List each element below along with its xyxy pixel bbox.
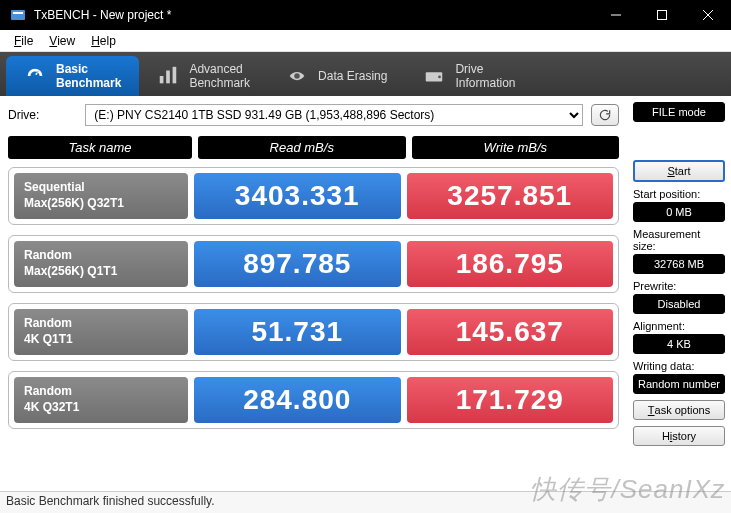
task-cell: Random4K Q1T1 — [14, 309, 188, 355]
menubar: File View Help — [0, 30, 731, 52]
tab-basic-benchmark[interactable]: BasicBenchmark — [6, 56, 139, 96]
bench-row: Random4K Q32T1 284.800 171.729 — [8, 371, 619, 429]
drive-select[interactable]: (E:) PNY CS2140 1TB SSD 931.49 GB (1,953… — [85, 104, 583, 126]
menu-help[interactable]: Help — [83, 32, 124, 50]
window-title: TxBENCH - New project * — [34, 8, 593, 22]
menu-file[interactable]: File — [6, 32, 41, 50]
app-icon — [10, 7, 26, 23]
measurement-size-label: Measurement size: — [633, 228, 725, 252]
refresh-icon — [598, 108, 612, 122]
svg-rect-7 — [167, 71, 171, 84]
svg-rect-0 — [11, 10, 25, 20]
refresh-button[interactable] — [591, 104, 619, 126]
tab-drive-information[interactable]: DriveInformation — [405, 56, 533, 96]
start-button[interactable]: Start — [633, 160, 725, 182]
drive-label: Drive: — [8, 108, 39, 122]
prewrite-value[interactable]: Disabled — [633, 294, 725, 314]
task-cell: SequentialMax(256K) Q32T1 — [14, 173, 188, 219]
read-value: 51.731 — [194, 309, 401, 355]
statusbar: Basic Benchmark finished successfully. — [0, 491, 731, 513]
header-task: Task name — [8, 136, 192, 159]
tab-data-erasing[interactable]: Data Erasing — [268, 56, 405, 96]
tabbar: BasicBenchmark AdvancedBenchmark Data Er… — [0, 52, 731, 96]
start-position-label: Start position: — [633, 188, 725, 200]
bench-row: RandomMax(256K) Q1T1 897.785 186.795 — [8, 235, 619, 293]
history-button[interactable]: History — [633, 426, 725, 446]
maximize-button[interactable] — [639, 0, 685, 30]
prewrite-label: Prewrite: — [633, 280, 725, 292]
write-value: 171.729 — [407, 377, 614, 423]
svg-rect-3 — [658, 11, 667, 20]
read-value: 897.785 — [194, 241, 401, 287]
task-cell: RandomMax(256K) Q1T1 — [14, 241, 188, 287]
writing-data-value[interactable]: Random number — [633, 374, 725, 394]
sidebar: FILE mode Start Start position: 0 MB Mea… — [627, 96, 731, 491]
minimize-button[interactable] — [593, 0, 639, 30]
tab-advanced-benchmark[interactable]: AdvancedBenchmark — [139, 56, 268, 96]
bars-icon — [157, 65, 179, 87]
svg-point-9 — [294, 73, 300, 79]
task-options-button[interactable]: Task options — [633, 400, 725, 420]
close-button[interactable] — [685, 0, 731, 30]
tab-label: BasicBenchmark — [56, 62, 121, 91]
tab-label: Data Erasing — [318, 69, 387, 83]
alignment-label: Alignment: — [633, 320, 725, 332]
tab-label: DriveInformation — [455, 62, 515, 91]
bench-row: Random4K Q1T1 51.731 145.637 — [8, 303, 619, 361]
svg-rect-8 — [173, 67, 177, 84]
erase-icon — [286, 65, 308, 87]
tab-label: AdvancedBenchmark — [189, 62, 250, 91]
header-read: Read mB/s — [198, 136, 406, 159]
measurement-size-value[interactable]: 32768 MB — [633, 254, 725, 274]
main-panel: Drive: (E:) PNY CS2140 1TB SSD 931.49 GB… — [0, 96, 627, 491]
menu-view[interactable]: View — [41, 32, 83, 50]
read-value: 284.800 — [194, 377, 401, 423]
start-position-value[interactable]: 0 MB — [633, 202, 725, 222]
write-value: 145.637 — [407, 309, 614, 355]
write-value: 186.795 — [407, 241, 614, 287]
svg-point-11 — [439, 76, 442, 79]
svg-rect-1 — [13, 12, 23, 14]
bench-row: SequentialMax(256K) Q32T1 3403.331 3257.… — [8, 167, 619, 225]
alignment-value[interactable]: 4 KB — [633, 334, 725, 354]
task-cell: Random4K Q32T1 — [14, 377, 188, 423]
read-value: 3403.331 — [194, 173, 401, 219]
write-value: 3257.851 — [407, 173, 614, 219]
header-write: Write mB/s — [412, 136, 620, 159]
drive-icon — [423, 65, 445, 87]
file-mode-button[interactable]: FILE mode — [633, 102, 725, 122]
writing-data-label: Writing data: — [633, 360, 725, 372]
gauge-icon — [24, 65, 46, 87]
titlebar: TxBENCH - New project * — [0, 0, 731, 30]
svg-rect-6 — [160, 76, 164, 83]
